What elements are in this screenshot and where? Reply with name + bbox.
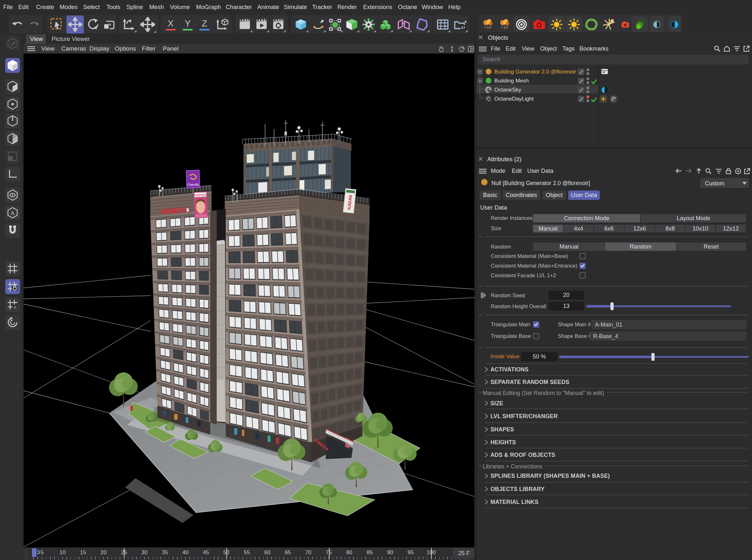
svg-text:X: X bbox=[168, 18, 174, 28]
svg-text:Y: Y bbox=[185, 18, 191, 28]
svg-text:A: A bbox=[14, 305, 17, 310]
svg-text:ST: ST bbox=[461, 26, 466, 29]
svg-text:Z: Z bbox=[202, 18, 207, 28]
svg-text:A: A bbox=[11, 210, 15, 216]
svg-text:ST: ST bbox=[614, 100, 617, 102]
svg-text:ST: ST bbox=[489, 91, 491, 93]
svg-text:Chemily: Chemily bbox=[187, 182, 199, 186]
svg-text:PinkPulse: PinkPulse bbox=[194, 193, 207, 197]
svg-text:ST: ST bbox=[489, 100, 491, 102]
